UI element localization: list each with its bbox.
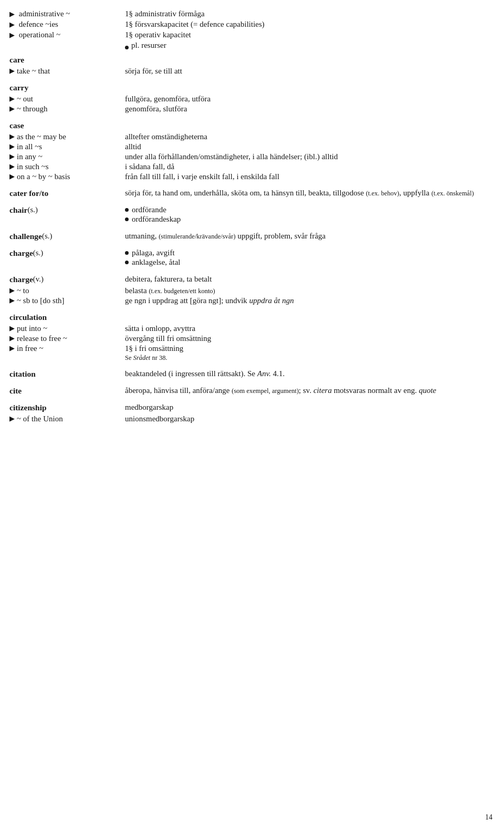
headword-pos: (v.) xyxy=(33,275,44,284)
headword-cater: cater for/to xyxy=(9,189,125,198)
entry-care-header: care xyxy=(9,55,489,65)
citation-right: beaktandeled (i ingressen till rättsakt)… xyxy=(125,369,489,379)
arrow-icon: ▶ xyxy=(9,296,15,305)
arrow-icon: ▶ xyxy=(9,172,15,181)
case-on-a: ▶ on a ~ by ~ basis från fall till fall,… xyxy=(9,172,489,181)
arrow-icon: ▶ xyxy=(9,334,15,343)
arrow-icon: ▶ xyxy=(9,10,15,18)
circulation-put-left: ▶ put into ~ xyxy=(9,324,125,333)
arrow-icon: ▶ xyxy=(9,324,15,333)
entry-cite-block: cite åberopa, hänvisa till, anföra/ange … xyxy=(9,386,489,396)
care-take-right: sörja för, se till att xyxy=(125,67,489,76)
circulation-right-empty xyxy=(125,313,489,322)
arrow-icon: ▶ xyxy=(9,95,15,103)
entry-pl: pl. resurser xyxy=(9,41,489,50)
entry-term: in such ~s xyxy=(17,162,49,171)
entry-term: ~ to xyxy=(17,286,29,295)
charge-v-to-left: ▶ ~ to xyxy=(9,286,125,295)
charge-v-sb: ▶ ~ sb to [do sth] ge ngn i uppdrag att … xyxy=(9,296,489,305)
entry-carry-header: carry xyxy=(9,83,489,92)
entry-circulation-header: circulation xyxy=(9,313,489,322)
challenge-right: utmaning, (stimulerande/krävande/svår) u… xyxy=(125,232,489,241)
case-in-all-right: alltid xyxy=(125,142,489,151)
arrow-icon: ▶ xyxy=(9,20,15,29)
case-in-such-right: i sådana fall, då xyxy=(125,162,489,171)
entry-carry-block: carry ▶ ~ out fullgöra, genomföra, utför… xyxy=(9,83,489,113)
carry-out-left: ▶ ~ out xyxy=(9,95,125,103)
entry-citizenship-block: citizenship medborgarskap ▶ ~ of the Uni… xyxy=(9,403,489,423)
circulation-release: ▶ release to free ~ övergång till fri om… xyxy=(9,334,489,343)
headword-cite: cite xyxy=(9,386,125,396)
circulation-note: Se Srådet nr 38. xyxy=(125,354,167,361)
citizenship-right: medborgarskap xyxy=(125,403,489,412)
citizenship-union: ▶ ~ of the Union unionsmedborgarskap xyxy=(9,414,489,423)
entry-right-defence: 1§ försvarskapacitet (= defence capabili… xyxy=(125,20,265,29)
charge-s-def-1: pålaga, avgift xyxy=(132,248,175,257)
arrow-icon: ▶ xyxy=(9,31,15,39)
top-entries: ▶ administrative ~ 1§ administrativ förm… xyxy=(9,9,489,50)
case-in-any-right: under alla förhållanden/omständigheter, … xyxy=(125,152,489,161)
chair-def-2: ordförandeskap xyxy=(132,215,181,224)
citizenship-union-right: unionsmedborgarskap xyxy=(125,414,489,423)
entry-term: as the ~ may be xyxy=(17,132,66,141)
case-in-any-left: ▶ in any ~ xyxy=(9,152,125,161)
entry-left-administrative: ▶ administrative ~ xyxy=(9,9,125,18)
chair-def-1: ordförande xyxy=(132,205,166,214)
headword-label: carry xyxy=(9,83,28,92)
headword-label: case xyxy=(9,121,24,130)
entry-charge-v: charge (v.) debitera, fakturera, ta beta… xyxy=(9,275,489,284)
cater-right: sörja för, ta hand om, underhålla, sköta… xyxy=(125,189,489,198)
entry-circulation-block: circulation ▶ put into ~ sätta i omlopp,… xyxy=(9,313,489,362)
headword-label: charge xyxy=(9,275,33,284)
headword-label: cater for/to xyxy=(9,189,48,198)
entry-chair-block: chair (s.) ordförande ordförandeskap xyxy=(9,205,489,224)
charge-s-right: pålaga, avgift anklagelse, åtal xyxy=(125,248,489,267)
entry-charge-s-block: charge (s.) pålaga, avgift anklagelse, å… xyxy=(9,248,489,267)
arrow-icon: ▶ xyxy=(9,152,15,161)
headword-charge-v: charge (v.) xyxy=(9,275,125,284)
case-in-any: ▶ in any ~ under alla förhållanden/omstä… xyxy=(9,152,489,161)
circulation-in-free: ▶ in free ~ 1§ i fri omsättning Se Sråde… xyxy=(9,344,489,362)
headword-challenge: challenge (s.) xyxy=(9,232,125,241)
arrow-icon: ▶ xyxy=(9,105,15,113)
case-right-empty xyxy=(125,121,489,130)
entry-cite: cite åberopa, hänvisa till, anföra/ange … xyxy=(9,386,489,396)
entry-challenge-block: challenge (s.) utmaning, (stimulerande/k… xyxy=(9,232,489,241)
circulation-in-free-left: ▶ in free ~ xyxy=(9,344,125,362)
entry-cater: cater for/to sörja för, ta hand om, unde… xyxy=(9,189,489,198)
headword-citizenship: citizenship xyxy=(9,403,125,412)
carry-right-empty xyxy=(125,83,489,92)
entry-defence: ▶ defence ~ies 1§ försvarskapacitet (= d… xyxy=(9,20,489,29)
entry-term: administrative ~ xyxy=(19,9,70,18)
entry-term: in all ~s xyxy=(17,142,42,151)
cite-right: åberopa, hänvisa till, anföra/ange (som … xyxy=(125,386,489,396)
case-on-a-right: från fall till fall, i varje enskilt fal… xyxy=(125,172,489,181)
entry-term: ~ out xyxy=(17,95,33,103)
care-right-empty xyxy=(125,55,489,65)
carry-through-right: genomföra, slutföra xyxy=(125,105,489,113)
case-as-the-left: ▶ as the ~ may be xyxy=(9,132,125,141)
care-take-left: ▶ take ~ that xyxy=(9,67,125,76)
entry-administrative: ▶ administrative ~ 1§ administrativ förm… xyxy=(9,9,489,18)
headword-label: challenge xyxy=(9,232,42,241)
entry-left-pl xyxy=(9,41,125,50)
charge-v-right: debitera, fakturera, ta betalt xyxy=(125,275,489,284)
entry-term: ~ through xyxy=(17,105,48,113)
headword-carry: carry xyxy=(9,83,125,92)
entry-case-header: case xyxy=(9,121,489,130)
charge-s-bullet-2: anklagelse, åtal xyxy=(125,258,489,267)
entry-term: in free ~ xyxy=(17,344,44,353)
entry-term: ~ sb to [do sth] xyxy=(17,296,65,305)
charge-v-sb-right: ge ngn i uppdrag att [göra ngt]; undvik … xyxy=(125,296,489,305)
entry-term: take ~ that xyxy=(17,67,50,76)
headword-label: charge xyxy=(9,248,33,258)
entry-challenge: challenge (s.) utmaning, (stimulerande/k… xyxy=(9,232,489,241)
headword-label: citizenship xyxy=(9,403,47,412)
entry-term: on a ~ by ~ basis xyxy=(17,172,70,181)
entry-citation-block: citation beaktandeled (i ingressen till … xyxy=(9,369,489,379)
charge-v-sb-left: ▶ ~ sb to [do sth] xyxy=(9,296,125,305)
entry-chair: chair (s.) ordförande ordförandeskap xyxy=(9,205,489,224)
headword-label: care xyxy=(9,55,24,65)
charge-s-def-2: anklagelse, åtal xyxy=(132,258,180,267)
circulation-put: ▶ put into ~ sätta i omlopp, avyttra xyxy=(9,324,489,333)
